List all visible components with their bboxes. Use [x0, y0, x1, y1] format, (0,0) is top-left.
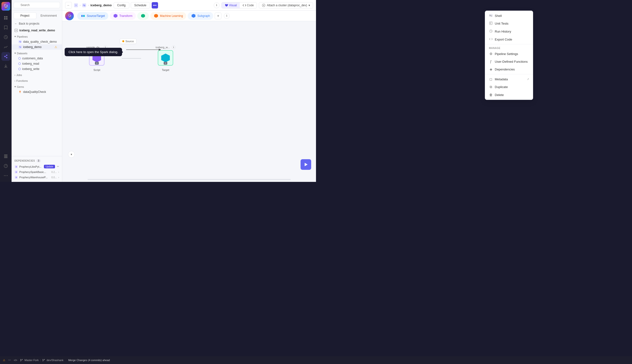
- project-name[interactable]: iceberg_read_write_demo: [12, 27, 62, 34]
- dep-item-prophecylibs[interactable]: ⊕ ProphecyLibsPyt... Update ✏: [14, 164, 60, 169]
- sidebar-item-help[interactable]: ?: [2, 162, 10, 170]
- sidebar-item-projects[interactable]: [2, 14, 10, 22]
- source-dot: [122, 40, 124, 42]
- machine-learning-button[interactable]: Machine Learning: [150, 12, 186, 20]
- sidebar-item-more[interactable]: [2, 171, 10, 180]
- pipelines-header[interactable]: ▾ Pipelines: [12, 34, 62, 39]
- node-label-script: Script: [93, 68, 100, 72]
- dataset-item-iceberg-read[interactable]: iceberg_read: [12, 61, 62, 66]
- visual-view-button[interactable]: Visual: [222, 2, 240, 8]
- svg-marker-34: [305, 163, 308, 166]
- dep-update-button[interactable]: Update: [44, 165, 55, 168]
- top-bar-actions: Config Schedule •••: [114, 2, 158, 9]
- gem-item-dataqualitycheck[interactable]: dataQualtiyCheck: [12, 89, 62, 94]
- datasets-header[interactable]: ▾ Datasets: [12, 51, 62, 56]
- scroll-down-button[interactable]: ▾: [68, 151, 75, 158]
- app-logo[interactable]: 🔮: [2, 2, 10, 10]
- sidebar-item-graph[interactable]: [2, 52, 10, 61]
- join-button[interactable]: [137, 12, 149, 20]
- more-menu-button[interactable]: •••: [152, 2, 158, 9]
- sidebar-item-analytics[interactable]: [2, 42, 10, 51]
- dataset-item-iceberg-write[interactable]: iceberg_write: [12, 66, 62, 72]
- svg-rect-3: [6, 18, 8, 20]
- svg-point-6: [6, 55, 7, 56]
- subgraph-button[interactable]: Subgraph: [188, 12, 213, 20]
- play-icon: [304, 162, 308, 167]
- tooltip-arrow: [126, 47, 162, 52]
- node-label-target: Target: [162, 68, 169, 72]
- attach-cluster-button[interactable]: Attach a cluster (dataproc_dev) ▾: [259, 2, 313, 8]
- schedule-button[interactable]: Schedule: [131, 2, 150, 8]
- sidebar-item-download[interactable]: [2, 62, 10, 70]
- pipeline-item-iceberg-demo[interactable]: iceberg_demo ⚠: [12, 44, 62, 50]
- node-box-target[interactable]: 0: [158, 50, 173, 66]
- dep-arrow-3[interactable]: ›: [58, 176, 59, 179]
- search-input[interactable]: [14, 2, 60, 8]
- node-info-target[interactable]: ℹ: [172, 45, 176, 49]
- cluster-icon: [262, 4, 265, 7]
- back-button[interactable]: ←: [65, 2, 72, 9]
- breadcrumb: › › iceberg_demo: [74, 3, 112, 8]
- svg-rect-2: [4, 18, 6, 20]
- project-env-tabs: Project Environment: [12, 10, 62, 19]
- join-icon: [141, 14, 146, 18]
- pipeline-item-data-quality[interactable]: data_quality_check_demo: [12, 39, 62, 44]
- dep-arrow-2[interactable]: ›: [58, 170, 59, 174]
- dep-icon-2: ⊕: [14, 170, 18, 174]
- node-badge-target: 0: [164, 62, 168, 65]
- search-wrapper: [14, 2, 60, 8]
- svg-rect-9: [4, 156, 8, 157]
- dep-item-warehouse[interactable]: ⊕ ProphecyWarehouseP... 0.0... ›: [14, 175, 60, 180]
- sidebar-item-bookmarks[interactable]: [2, 23, 10, 32]
- view-toggle: Visual Code: [222, 2, 257, 8]
- panel-body: ← Back to projects iceberg_read_write_de…: [12, 19, 62, 156]
- dependencies-section: DEPENDENCIES 3 ⊕ ProphecyLibsPyt... Upda…: [12, 156, 62, 182]
- svg-rect-29: [81, 15, 83, 17]
- dep-edit-icon[interactable]: ✏: [57, 165, 59, 168]
- svg-point-7: [6, 57, 7, 58]
- dataset-icon: [18, 57, 21, 60]
- gem-icon: [18, 90, 22, 94]
- left-panel: Project Environment ← Back to projects i…: [12, 0, 62, 182]
- gems-header[interactable]: ▾ Gems: [12, 84, 62, 89]
- svg-point-5: [4, 56, 5, 57]
- ml-icon: [154, 14, 158, 18]
- dep-icon-3: ⊕: [14, 176, 18, 179]
- tab-environment[interactable]: Environment: [38, 12, 60, 19]
- dependencies-header: DEPENDENCIES 3: [14, 158, 60, 164]
- tab-project[interactable]: Project: [14, 12, 36, 19]
- dep-item-sparkbasic[interactable]: ⊕ ProphecySparkBasic... 0.2... ›: [14, 169, 60, 175]
- collapse-icon: ▾: [14, 35, 16, 38]
- sidebar-item-history[interactable]: [2, 33, 10, 42]
- dataset-icon-3: [18, 68, 21, 70]
- code-view-button[interactable]: Code: [240, 2, 257, 8]
- project-icon: [14, 29, 18, 32]
- sidebar-item-data[interactable]: [2, 152, 10, 161]
- pipeline-breadcrumb-icon: [74, 3, 78, 8]
- back-to-projects[interactable]: ← Back to projects: [12, 20, 62, 27]
- jobs-header[interactable]: › Jobs: [12, 72, 62, 78]
- dataset-item-customers[interactable]: customers_data: [12, 56, 62, 61]
- dep-icon-1: ⊕: [14, 165, 18, 168]
- toolbar-info-button[interactable]: ℹ: [224, 13, 230, 19]
- add-component-button[interactable]: +: [215, 12, 222, 19]
- transform-button[interactable]: Transform: [110, 12, 136, 20]
- run-button[interactable]: [300, 159, 311, 170]
- toolbar-logo: 🔮: [65, 12, 74, 20]
- svg-point-15: [7, 175, 8, 176]
- dep-version-3: 0.0...: [52, 176, 57, 179]
- target-hex-icon: [161, 54, 170, 62]
- svg-text:?: ?: [5, 164, 6, 168]
- functions-header[interactable]: › Functions: [12, 78, 62, 83]
- expand-icon-functions: ›: [14, 79, 16, 82]
- canvas-scrollbar[interactable]: [88, 179, 291, 180]
- config-button[interactable]: Config: [114, 2, 129, 8]
- collapse-icon-2: ▾: [14, 52, 16, 55]
- more-dots-icon: •••: [153, 4, 156, 7]
- top-bar: ← › › iceberg_demo Config Schedule ••• ℹ: [62, 0, 316, 10]
- svg-rect-30: [83, 15, 85, 17]
- toolbar: 🔮 Source/Target Transform Machine Learni…: [62, 10, 316, 21]
- info-button[interactable]: ℹ: [214, 2, 220, 8]
- svg-point-13: [4, 175, 4, 176]
- source-target-button[interactable]: Source/Target: [77, 12, 108, 20]
